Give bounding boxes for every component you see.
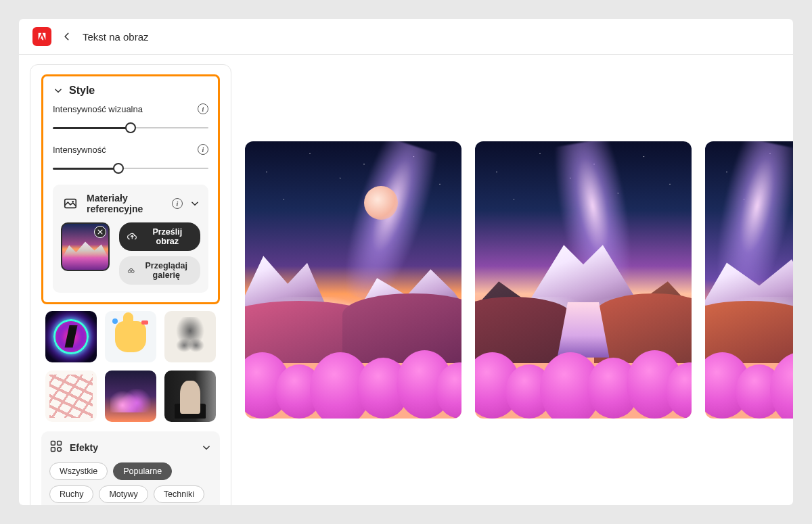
browse-gallery-button[interactable]: Przeglądaj galerię xyxy=(119,256,200,285)
references-title: Materiały referencyjne xyxy=(87,193,165,214)
style-preset-tile[interactable] xyxy=(45,371,97,422)
cloud-upload-icon xyxy=(127,231,137,242)
reference-materials-card: Materiały referencyjne i xyxy=(53,185,208,293)
remove-reference-button[interactable] xyxy=(94,226,106,238)
svg-point-1 xyxy=(72,201,74,203)
topbar: Tekst na obraz xyxy=(19,19,793,55)
info-icon[interactable]: i xyxy=(172,198,183,209)
chevron-left-icon xyxy=(62,32,72,41)
effects-chip-row: Wszystkie Popularne Ruchy Motywy Technik… xyxy=(49,462,212,505)
effects-title: Efekty xyxy=(70,442,194,453)
style-preset-tile[interactable] xyxy=(105,371,156,422)
generated-images-area xyxy=(242,55,793,505)
intensity-slider-group: Intensywność i xyxy=(53,144,208,175)
style-preset-tile[interactable] xyxy=(45,311,97,362)
style-preset-tile[interactable] xyxy=(105,311,156,362)
svg-point-7 xyxy=(58,448,62,452)
grid-icon xyxy=(49,439,63,456)
back-button[interactable] xyxy=(62,32,72,41)
svg-rect-5 xyxy=(58,442,62,446)
info-icon[interactable]: i xyxy=(198,144,208,155)
generated-image[interactable] xyxy=(705,141,793,419)
adobe-logo-icon xyxy=(37,31,47,42)
effects-chip-movements[interactable]: Ruchy xyxy=(49,485,93,503)
app-logo[interactable] xyxy=(32,27,51,46)
chevron-down-icon[interactable] xyxy=(189,198,200,209)
style-heading: Style xyxy=(69,85,95,97)
style-section-highlighted: Style Intensywność wizualna i xyxy=(41,74,220,304)
effects-chip-techniques[interactable]: Techniki xyxy=(154,485,204,503)
upload-image-button[interactable]: Prześlij obraz xyxy=(119,222,200,251)
chevron-down-icon xyxy=(53,85,64,96)
style-preset-tile[interactable] xyxy=(164,311,216,362)
style-preset-tile[interactable] xyxy=(164,371,216,422)
svg-point-3 xyxy=(131,270,134,273)
generated-image[interactable] xyxy=(475,141,692,419)
intensity-label: Intensywność xyxy=(53,145,106,155)
effects-chip-popular[interactable]: Popularne xyxy=(113,462,172,480)
effects-card: Efekty Wszystkie Popularne Ruchy Motywy … xyxy=(41,431,220,505)
reference-thumbnail[interactable] xyxy=(61,222,110,271)
info-icon[interactable]: i xyxy=(198,103,208,114)
intensity-slider[interactable] xyxy=(53,162,208,175)
close-icon xyxy=(97,229,104,235)
style-section-header[interactable]: Style xyxy=(53,85,208,97)
svg-rect-6 xyxy=(51,448,55,452)
visual-intensity-slider-group: Intensywność wizualna i xyxy=(53,103,208,135)
visual-intensity-label: Intensywność wizualna xyxy=(53,104,143,114)
image-icon xyxy=(61,194,80,213)
effects-chip-themes[interactable]: Motywy xyxy=(99,485,148,503)
generated-image[interactable] xyxy=(245,141,461,419)
style-presets-grid xyxy=(41,311,220,422)
chevron-down-icon[interactable] xyxy=(201,442,212,453)
sidebar: Style Intensywność wizualna i xyxy=(19,55,242,505)
effects-chip-all[interactable]: Wszystkie xyxy=(49,462,108,480)
svg-point-2 xyxy=(128,270,131,273)
page-title: Tekst na obraz xyxy=(83,31,149,43)
visual-intensity-slider[interactable] xyxy=(53,121,208,135)
svg-rect-4 xyxy=(51,442,55,446)
binoculars-icon xyxy=(127,265,135,276)
